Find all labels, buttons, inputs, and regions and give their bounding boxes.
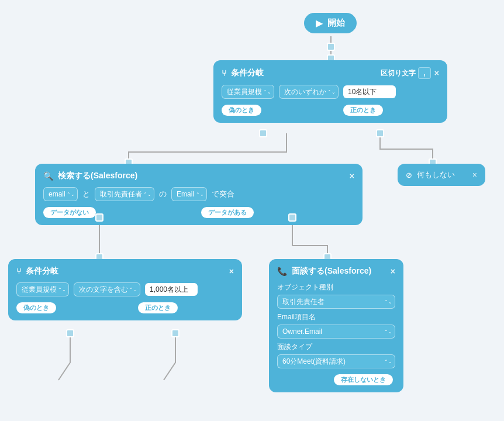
connector-start-bottom (327, 43, 335, 51)
conn-search-true (288, 213, 296, 222)
delimiter-value[interactable]: , (418, 67, 430, 79)
condition1-badge-true: 正のとき (343, 105, 383, 116)
condition2-field2-wrapper: 次の文字を含む (74, 282, 140, 296)
meet-type-wrapper: 60分Meet(資料請求) (277, 354, 395, 368)
meet-object-label: オブジェクト種別 (277, 282, 395, 292)
meet-email-wrapper: Owner.Email (277, 325, 395, 339)
condition2-close[interactable]: × (229, 267, 234, 276)
condition1-close[interactable]: × (434, 68, 439, 78)
search-badges: データがない データがある (43, 207, 354, 218)
meet-title: 面談する(Salesforce) (292, 266, 371, 277)
search-icon: 🔍 (43, 171, 53, 181)
search-field3-wrapper: Email (171, 187, 207, 201)
condition2-header: ⑂ 条件分岐 × (16, 266, 234, 277)
condition1-field3-input[interactable] (343, 85, 396, 98)
meet-type-select[interactable]: 60分Meet(資料請求) (277, 354, 395, 368)
meet-object-wrapper: 取引先責任者 (277, 295, 395, 309)
meet-badge: 存在しないとき (334, 374, 393, 385)
conn-cond1-true (376, 129, 384, 137)
meet-type-label: 面談タイプ (277, 342, 395, 352)
condition1-header: ⑂ 条件分岐 区切り文字 , × (222, 67, 439, 79)
search-node: 🔍 検索する(Salesforce) × email と 取引先責任者 の E (35, 164, 363, 225)
search-field1-wrapper: email (43, 187, 78, 201)
search-badge-has-data: データがある (201, 207, 254, 218)
search-title: 検索する(Salesforce) (58, 171, 137, 181)
search-field2-wrapper: 取引先責任者 (95, 187, 154, 201)
condition1-node: ⑂ 条件分岐 区切り文字 , × 従業員規模 次のいずれか (213, 60, 447, 123)
search-field2-select[interactable]: 取引先責任者 (95, 187, 154, 201)
start-icon: ▶ (316, 18, 323, 29)
condition1-title: 条件分岐 (231, 68, 264, 78)
condition2-badge-false: 偽のとき (16, 302, 56, 313)
nothing-title: 何もしない (417, 170, 455, 180)
start-label: 開始 (327, 18, 345, 29)
condition2-field1-select[interactable]: 従業員規模 (16, 282, 69, 296)
meet-object-section: オブジェクト種別 取引先責任者 (277, 282, 395, 309)
condition1-icon: ⑂ (222, 68, 226, 78)
condition2-field1-wrapper: 従業員規模 (16, 282, 69, 296)
conn-cond2-true (171, 329, 179, 337)
search-of-label: の (159, 189, 167, 199)
delimiter-label: 区切り文字 , (381, 67, 430, 79)
condition1-field1-select[interactable]: 従業員規模 (222, 85, 274, 99)
start-node: ▶ 開始 (304, 13, 357, 33)
meet-header: 📞 面談する(Salesforce) × (277, 266, 395, 277)
search-fields: email と 取引先責任者 の Email で突合 (43, 187, 354, 201)
search-close[interactable]: × (350, 171, 354, 181)
meet-icon: 📞 (277, 267, 287, 276)
search-connector-label: と (82, 189, 90, 199)
meet-node: 📞 面談する(Salesforce) × オブジェクト種別 取引先責任者 Ema… (269, 259, 403, 392)
meet-badges: 存在しないとき (277, 374, 395, 385)
condition2-badges: 偽のとき 正のとき (16, 302, 234, 313)
search-field3-select[interactable]: Email (171, 187, 207, 201)
condition2-fields: 従業員規模 次の文字を含む (16, 282, 234, 296)
meet-type-section: 面談タイプ 60分Meet(資料請求) (277, 342, 395, 368)
meet-email-select[interactable]: Owner.Email (277, 325, 395, 339)
meet-object-select[interactable]: 取引先責任者 (277, 295, 395, 309)
search-badge-no-data: データがない (43, 207, 96, 218)
conn-cond1-false (259, 129, 267, 137)
meet-email-section: Email項目名 Owner.Email (277, 312, 395, 339)
nothing-close[interactable]: × (472, 170, 477, 180)
nothing-node: ⊘ 何もしない × (398, 164, 485, 186)
meet-close[interactable]: × (391, 267, 395, 276)
condition2-icon: ⑂ (16, 267, 21, 276)
conn-cond2-false (66, 329, 74, 337)
search-header: 🔍 検索する(Salesforce) × (43, 171, 354, 181)
condition2-badge-true: 正のとき (138, 302, 178, 313)
condition2-title: 条件分岐 (26, 266, 58, 277)
condition2-field3-input[interactable] (145, 283, 198, 296)
nothing-icon: ⊘ (406, 171, 412, 180)
conn-search-false (95, 213, 103, 222)
search-suffix-label: で突合 (212, 189, 234, 199)
condition1-fields: 従業員規模 次のいずれか (222, 85, 439, 99)
condition2-field2-select[interactable]: 次の文字を含む (74, 282, 140, 296)
condition2-node: ⑂ 条件分岐 × 従業員規模 次の文字を含む 偽のとき 正のとき (8, 259, 242, 320)
condition1-field2-select[interactable]: 次のいずれか (279, 85, 339, 99)
condition1-field2-wrapper: 次のいずれか (279, 85, 339, 99)
condition1-badge-false: 偽のとき (222, 105, 261, 116)
meet-email-label: Email項目名 (277, 312, 395, 322)
search-field1-select[interactable]: email (43, 187, 78, 201)
condition1-field1-wrapper: 従業員規模 (222, 85, 274, 99)
condition1-badges: 偽のとき 正のとき (222, 105, 439, 116)
